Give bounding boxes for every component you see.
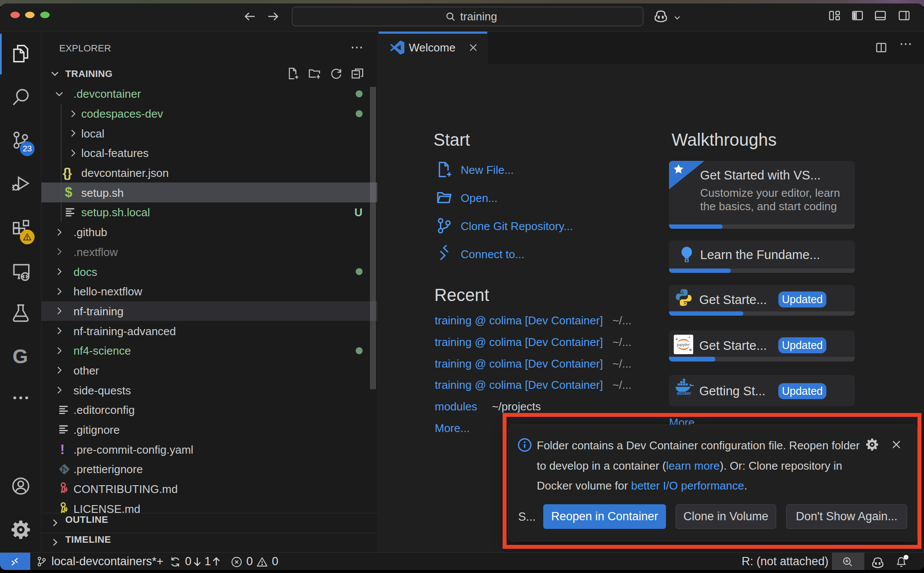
svg-text:jupyter: jupyter: [676, 342, 690, 347]
svg-text:docker: docker: [677, 391, 691, 396]
